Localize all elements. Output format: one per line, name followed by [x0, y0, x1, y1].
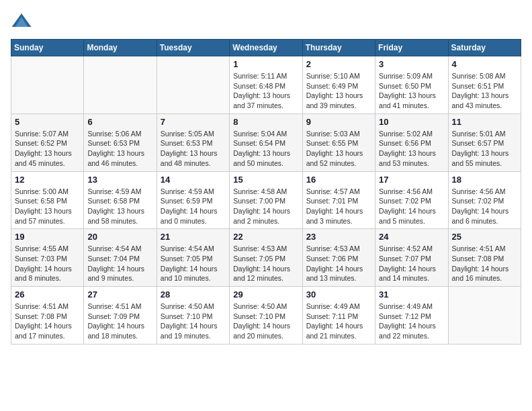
day-info: Sunrise: 5:07 AM Sunset: 6:52 PM Dayligh…	[15, 129, 80, 169]
calendar-week-row: 12Sunrise: 5:00 AM Sunset: 6:58 PM Dayli…	[11, 171, 521, 229]
header-tuesday: Tuesday	[157, 40, 229, 56]
calendar-cell: 14Sunrise: 4:59 AM Sunset: 6:59 PM Dayli…	[157, 171, 229, 229]
day-number: 30	[306, 289, 371, 300]
calendar-cell	[84, 56, 157, 114]
day-info: Sunrise: 5:11 AM Sunset: 6:48 PM Dayligh…	[233, 71, 298, 111]
calendar-week-row: 1Sunrise: 5:11 AM Sunset: 6:48 PM Daylig…	[11, 56, 521, 114]
calendar-cell: 15Sunrise: 4:58 AM Sunset: 7:00 PM Dayli…	[230, 171, 302, 229]
day-info: Sunrise: 4:51 AM Sunset: 7:08 PM Dayligh…	[452, 244, 517, 283]
calendar-cell: 19Sunrise: 4:55 AM Sunset: 7:03 PM Dayli…	[11, 229, 84, 287]
calendar-cell: 24Sunrise: 4:52 AM Sunset: 7:07 PM Dayli…	[375, 229, 448, 287]
header-friday: Friday	[375, 40, 448, 56]
day-number: 27	[87, 289, 152, 300]
calendar-cell: 21Sunrise: 4:54 AM Sunset: 7:05 PM Dayli…	[157, 229, 229, 287]
day-number: 3	[379, 59, 444, 69]
day-number: 16	[306, 175, 371, 185]
calendar-cell	[157, 56, 229, 114]
day-info: Sunrise: 4:53 AM Sunset: 7:05 PM Dayligh…	[233, 244, 298, 283]
calendar-cell: 17Sunrise: 4:56 AM Sunset: 7:02 PM Dayli…	[375, 171, 448, 229]
day-number: 4	[452, 59, 517, 69]
day-info: Sunrise: 4:49 AM Sunset: 7:12 PM Dayligh…	[379, 302, 444, 341]
day-info: Sunrise: 4:50 AM Sunset: 7:10 PM Dayligh…	[233, 302, 298, 341]
day-number: 11	[452, 117, 517, 127]
calendar-cell: 3Sunrise: 5:09 AM Sunset: 6:50 PM Daylig…	[375, 56, 448, 114]
calendar-cell: 11Sunrise: 5:01 AM Sunset: 6:57 PM Dayli…	[448, 113, 521, 171]
calendar-cell: 23Sunrise: 4:53 AM Sunset: 7:06 PM Dayli…	[302, 229, 375, 287]
calendar-week-row: 19Sunrise: 4:55 AM Sunset: 7:03 PM Dayli…	[11, 229, 521, 287]
day-info: Sunrise: 5:10 AM Sunset: 6:49 PM Dayligh…	[306, 71, 371, 111]
day-info: Sunrise: 4:56 AM Sunset: 7:02 PM Dayligh…	[452, 187, 517, 226]
calendar-header-row: SundayMondayTuesdayWednesdayThursdayFrid…	[11, 40, 521, 56]
day-info: Sunrise: 4:53 AM Sunset: 7:06 PM Dayligh…	[306, 244, 371, 283]
day-info: Sunrise: 5:08 AM Sunset: 6:51 PM Dayligh…	[452, 71, 517, 111]
header-monday: Monday	[84, 40, 157, 56]
calendar-cell: 31Sunrise: 4:49 AM Sunset: 7:12 PM Dayli…	[375, 287, 448, 345]
day-number: 8	[233, 117, 298, 127]
day-number: 22	[233, 232, 298, 242]
header-saturday: Saturday	[448, 40, 521, 56]
day-info: Sunrise: 4:51 AM Sunset: 7:08 PM Dayligh…	[15, 302, 80, 341]
day-info: Sunrise: 5:09 AM Sunset: 6:50 PM Dayligh…	[379, 71, 444, 111]
calendar-cell: 29Sunrise: 4:50 AM Sunset: 7:10 PM Dayli…	[230, 287, 302, 345]
day-info: Sunrise: 5:04 AM Sunset: 6:54 PM Dayligh…	[233, 129, 298, 169]
day-number: 10	[379, 117, 444, 127]
logo	[11, 11, 36, 32]
calendar-cell	[448, 287, 521, 345]
day-number: 12	[15, 175, 80, 185]
day-info: Sunrise: 4:52 AM Sunset: 7:07 PM Dayligh…	[379, 244, 444, 283]
day-number: 1	[233, 59, 298, 69]
calendar-cell: 5Sunrise: 5:07 AM Sunset: 6:52 PM Daylig…	[11, 113, 84, 171]
day-number: 2	[306, 59, 371, 69]
day-info: Sunrise: 5:00 AM Sunset: 6:58 PM Dayligh…	[15, 187, 80, 226]
calendar-cell: 13Sunrise: 4:59 AM Sunset: 6:58 PM Dayli…	[84, 171, 157, 229]
calendar-cell: 4Sunrise: 5:08 AM Sunset: 6:51 PM Daylig…	[448, 56, 521, 114]
calendar-cell: 1Sunrise: 5:11 AM Sunset: 6:48 PM Daylig…	[230, 56, 302, 114]
day-number: 14	[161, 175, 226, 185]
calendar-cell: 26Sunrise: 4:51 AM Sunset: 7:08 PM Dayli…	[11, 287, 84, 345]
calendar-cell	[11, 56, 84, 114]
day-info: Sunrise: 5:05 AM Sunset: 6:53 PM Dayligh…	[161, 129, 226, 169]
day-info: Sunrise: 4:49 AM Sunset: 7:11 PM Dayligh…	[306, 302, 371, 341]
day-number: 25	[452, 232, 517, 242]
day-info: Sunrise: 4:54 AM Sunset: 7:05 PM Dayligh…	[161, 244, 226, 283]
day-number: 18	[452, 175, 517, 185]
day-number: 23	[306, 232, 371, 242]
day-number: 21	[161, 232, 226, 242]
day-info: Sunrise: 4:54 AM Sunset: 7:04 PM Dayligh…	[87, 244, 152, 283]
day-number: 20	[87, 232, 152, 242]
header-thursday: Thursday	[302, 40, 375, 56]
day-number: 24	[379, 232, 444, 242]
day-number: 17	[379, 175, 444, 185]
calendar-cell: 8Sunrise: 5:04 AM Sunset: 6:54 PM Daylig…	[230, 113, 302, 171]
header-sunday: Sunday	[11, 40, 84, 56]
day-info: Sunrise: 5:02 AM Sunset: 6:56 PM Dayligh…	[379, 129, 444, 169]
day-info: Sunrise: 4:56 AM Sunset: 7:02 PM Dayligh…	[379, 187, 444, 226]
day-info: Sunrise: 5:03 AM Sunset: 6:55 PM Dayligh…	[306, 129, 371, 169]
logo-icon	[11, 11, 32, 32]
calendar-cell: 25Sunrise: 4:51 AM Sunset: 7:08 PM Dayli…	[448, 229, 521, 287]
calendar-cell: 7Sunrise: 5:05 AM Sunset: 6:53 PM Daylig…	[157, 113, 229, 171]
calendar-cell: 20Sunrise: 4:54 AM Sunset: 7:04 PM Dayli…	[84, 229, 157, 287]
day-number: 9	[306, 117, 371, 127]
calendar-cell: 10Sunrise: 5:02 AM Sunset: 6:56 PM Dayli…	[375, 113, 448, 171]
calendar-week-row: 5Sunrise: 5:07 AM Sunset: 6:52 PM Daylig…	[11, 113, 521, 171]
day-info: Sunrise: 5:06 AM Sunset: 6:53 PM Dayligh…	[87, 129, 152, 169]
day-info: Sunrise: 4:59 AM Sunset: 6:59 PM Dayligh…	[161, 187, 226, 226]
day-number: 6	[87, 117, 152, 127]
header-wednesday: Wednesday	[230, 40, 302, 56]
calendar-table: SundayMondayTuesdayWednesdayThursdayFrid…	[11, 39, 521, 345]
day-number: 15	[233, 175, 298, 185]
calendar-week-row: 26Sunrise: 4:51 AM Sunset: 7:08 PM Dayli…	[11, 287, 521, 345]
calendar-cell: 27Sunrise: 4:51 AM Sunset: 7:09 PM Dayli…	[84, 287, 157, 345]
day-info: Sunrise: 4:58 AM Sunset: 7:00 PM Dayligh…	[233, 187, 298, 226]
day-info: Sunrise: 4:59 AM Sunset: 6:58 PM Dayligh…	[87, 187, 152, 226]
day-number: 7	[161, 117, 226, 127]
day-number: 19	[15, 232, 80, 242]
calendar-cell: 12Sunrise: 5:00 AM Sunset: 6:58 PM Dayli…	[11, 171, 84, 229]
day-number: 28	[161, 289, 226, 300]
calendar-cell: 28Sunrise: 4:50 AM Sunset: 7:10 PM Dayli…	[157, 287, 229, 345]
day-number: 26	[15, 289, 80, 300]
calendar-cell: 22Sunrise: 4:53 AM Sunset: 7:05 PM Dayli…	[230, 229, 302, 287]
day-number: 13	[87, 175, 152, 185]
calendar-cell: 30Sunrise: 4:49 AM Sunset: 7:11 PM Dayli…	[302, 287, 375, 345]
